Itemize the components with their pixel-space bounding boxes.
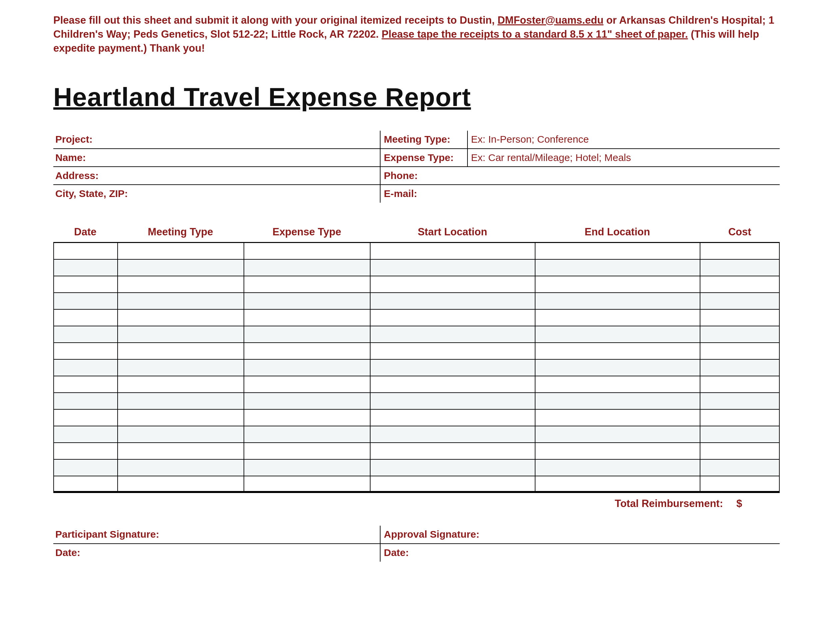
table-cell[interactable] — [244, 410, 370, 426]
table-row[interactable] — [53, 293, 780, 310]
table-cell[interactable] — [117, 260, 244, 276]
table-cell[interactable] — [117, 343, 244, 360]
table-cell[interactable] — [53, 393, 117, 410]
table-cell[interactable] — [370, 477, 535, 493]
table-cell[interactable] — [370, 260, 535, 276]
table-row[interactable] — [53, 426, 780, 443]
table-cell[interactable] — [117, 460, 244, 477]
table-cell[interactable] — [700, 343, 780, 360]
table-cell[interactable] — [244, 477, 370, 493]
table-row[interactable] — [53, 326, 780, 343]
table-row[interactable] — [53, 460, 780, 477]
table-cell[interactable] — [244, 310, 370, 326]
table-cell[interactable] — [53, 243, 117, 260]
table-cell[interactable] — [535, 276, 700, 293]
table-cell[interactable] — [700, 276, 780, 293]
table-cell[interactable] — [370, 460, 535, 477]
table-row[interactable] — [53, 376, 780, 393]
table-cell[interactable] — [700, 393, 780, 410]
table-cell[interactable] — [535, 360, 700, 376]
table-cell[interactable] — [370, 243, 535, 260]
info-phone-value[interactable] — [468, 167, 780, 185]
table-cell[interactable] — [370, 393, 535, 410]
table-cell[interactable] — [53, 376, 117, 393]
table-cell[interactable] — [535, 426, 700, 443]
table-cell[interactable] — [370, 310, 535, 326]
table-cell[interactable] — [244, 276, 370, 293]
table-row[interactable] — [53, 343, 780, 360]
table-cell[interactable] — [117, 360, 244, 376]
table-cell[interactable] — [53, 293, 117, 310]
table-cell[interactable] — [700, 410, 780, 426]
table-cell[interactable] — [53, 477, 117, 493]
table-cell[interactable] — [53, 460, 117, 477]
table-cell[interactable] — [535, 293, 700, 310]
participant-date-label[interactable]: Date: — [53, 544, 380, 562]
table-cell[interactable] — [117, 310, 244, 326]
table-row[interactable] — [53, 393, 780, 410]
info-address-value[interactable] — [133, 167, 380, 185]
table-cell[interactable] — [535, 393, 700, 410]
table-cell[interactable] — [244, 343, 370, 360]
table-cell[interactable] — [244, 243, 370, 260]
table-cell[interactable] — [535, 343, 700, 360]
table-cell[interactable] — [117, 243, 244, 260]
table-row[interactable] — [53, 260, 780, 276]
info-csz-value[interactable] — [133, 185, 380, 203]
table-cell[interactable] — [117, 426, 244, 443]
table-row[interactable] — [53, 276, 780, 293]
table-cell[interactable] — [53, 276, 117, 293]
table-cell[interactable] — [244, 426, 370, 443]
table-cell[interactable] — [700, 426, 780, 443]
table-cell[interactable] — [370, 443, 535, 460]
table-cell[interactable] — [117, 376, 244, 393]
table-cell[interactable] — [700, 460, 780, 477]
table-cell[interactable] — [53, 410, 117, 426]
table-cell[interactable] — [244, 443, 370, 460]
info-name-value[interactable] — [133, 149, 380, 167]
table-cell[interactable] — [117, 326, 244, 343]
table-cell[interactable] — [53, 326, 117, 343]
table-cell[interactable] — [700, 360, 780, 376]
table-cell[interactable] — [535, 410, 700, 426]
table-cell[interactable] — [535, 376, 700, 393]
table-row[interactable] — [53, 410, 780, 426]
table-cell[interactable] — [370, 326, 535, 343]
info-project-value[interactable] — [133, 130, 380, 149]
table-row[interactable] — [53, 477, 780, 493]
table-cell[interactable] — [700, 326, 780, 343]
table-row[interactable] — [53, 310, 780, 326]
table-cell[interactable] — [370, 343, 535, 360]
table-cell[interactable] — [53, 310, 117, 326]
info-expense-type-value[interactable]: Ex: Car rental/Mileage; Hotel; Meals — [468, 149, 780, 167]
participant-signature-label[interactable]: Participant Signature: — [53, 526, 380, 544]
table-cell[interactable] — [244, 393, 370, 410]
table-cell[interactable] — [535, 260, 700, 276]
table-cell[interactable] — [370, 426, 535, 443]
table-cell[interactable] — [117, 276, 244, 293]
table-cell[interactable] — [535, 310, 700, 326]
table-cell[interactable] — [700, 243, 780, 260]
table-row[interactable] — [53, 443, 780, 460]
table-cell[interactable] — [244, 260, 370, 276]
table-cell[interactable] — [117, 477, 244, 493]
table-cell[interactable] — [535, 326, 700, 343]
table-cell[interactable] — [700, 260, 780, 276]
table-cell[interactable] — [117, 410, 244, 426]
info-email-value[interactable] — [468, 185, 780, 203]
approval-signature-label[interactable]: Approval Signature: — [380, 526, 780, 544]
table-cell[interactable] — [700, 443, 780, 460]
table-cell[interactable] — [370, 276, 535, 293]
table-cell[interactable] — [53, 343, 117, 360]
table-cell[interactable] — [244, 293, 370, 310]
table-cell[interactable] — [535, 477, 700, 493]
table-cell[interactable] — [700, 310, 780, 326]
table-cell[interactable] — [244, 376, 370, 393]
table-cell[interactable] — [244, 360, 370, 376]
table-cell[interactable] — [53, 360, 117, 376]
table-cell[interactable] — [370, 410, 535, 426]
table-row[interactable] — [53, 360, 780, 376]
table-cell[interactable] — [535, 243, 700, 260]
table-cell[interactable] — [53, 443, 117, 460]
table-cell[interactable] — [244, 460, 370, 477]
